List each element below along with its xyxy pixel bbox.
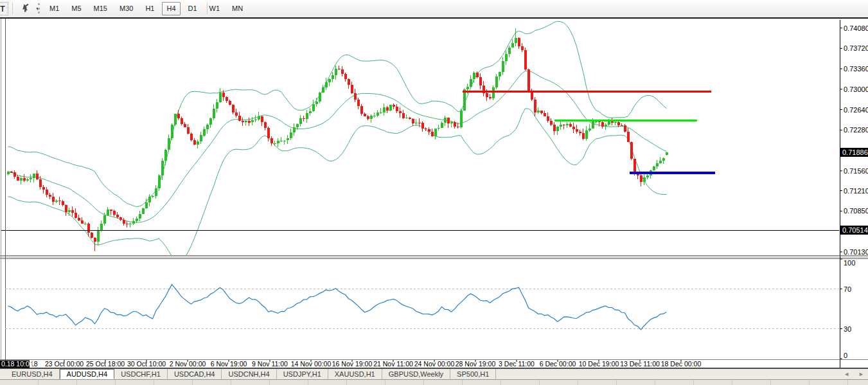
- time-axis-label: 25 Oct 18:00: [86, 360, 125, 368]
- price-axis-label: 0.70850: [844, 207, 868, 215]
- time-axis-label: 23 Oct 00:00: [45, 360, 84, 368]
- rsi-axis-label: 30: [844, 325, 851, 333]
- time-axis-label: 3 Dec 11:00: [499, 360, 535, 368]
- tab-scroll-left-icon[interactable]: ◄: [844, 371, 849, 377]
- chart-tab-bar: EURUSD,H4AUDUSD,H4USDCHF,H1USDCAD,H4USDC…: [0, 368, 868, 379]
- mt4-window: T ▼ M1M5M15M30H1H4D1W1MN ▲ AUDUSD,H4 0.7…: [0, 0, 868, 385]
- time-axis-label: 6 Dec 00:00: [540, 360, 576, 368]
- chart-tab-sp500-h1[interactable]: SP500,H1: [450, 369, 496, 379]
- rsi-axis-label: 0: [844, 352, 847, 359]
- price-axis-label: 0.74080: [844, 24, 868, 32]
- timeframe-button-h4[interactable]: H4: [162, 2, 180, 15]
- chart-background: [0, 19, 868, 368]
- price-axis-label: 0.73720: [844, 44, 868, 52]
- taskbar-edge-strip: [0, 379, 868, 385]
- price-axis-label: 0.72640: [844, 106, 868, 114]
- price-axis-label: 0.70130: [844, 248, 868, 256]
- chart-tab-usdjpy-h1[interactable]: USDJPY,H1: [277, 369, 328, 379]
- chart-tab-xauusd-h1[interactable]: XAUUSD,H1: [328, 369, 382, 379]
- time-axis-label: 21 Nov 11:00: [373, 360, 413, 368]
- chart-tab-eurusd-h4[interactable]: EURUSD,H4: [5, 369, 60, 379]
- time-axis-label: 16 Nov 19:00: [332, 360, 373, 368]
- time-axis-label: 2 Nov 00:00: [170, 360, 206, 368]
- chart-tab-usdcnh-h4[interactable]: USDCNH,H4: [222, 369, 276, 379]
- time-axis-label: 14 Nov 00:00: [291, 360, 332, 368]
- toolbar-separator: [207, 3, 208, 14]
- time-axis: 23 Oct 00:0025 Oct 18:0030 Oct 10:002 No…: [0, 360, 701, 368]
- tab-scroll-arrows: ◄ ►: [844, 368, 864, 379]
- price-axis-label: 0.71560: [844, 167, 868, 175]
- chart-tab-gbpusd-weekly[interactable]: GBPUSD,Weekly: [382, 369, 450, 379]
- timeframe-button-w1[interactable]: W1: [205, 2, 225, 15]
- timeframe-buttons: M1M5M15M30H1H4D1W1MN: [45, 2, 251, 15]
- timeframe-button-m30[interactable]: M30: [115, 2, 137, 15]
- timeframe-button-mn[interactable]: MN: [227, 2, 247, 15]
- price-tag-text: 0.70514: [842, 226, 868, 234]
- arrows-tool-button[interactable]: [17, 2, 33, 15]
- time-axis-label: 28 Nov 19:00: [456, 360, 496, 368]
- time-axis-label: 24 Nov 00:00: [414, 360, 455, 368]
- tab-scroll-right-icon[interactable]: ►: [858, 371, 864, 377]
- chart-tab-audusd-h4[interactable]: AUDUSD,H4: [60, 369, 115, 379]
- timeframe-button-m5[interactable]: M5: [67, 2, 85, 15]
- toolbar-grip[interactable]: [38, 3, 42, 13]
- time-axis-label: 18 Dec 00:00: [661, 360, 702, 368]
- toolbar-separator: [12, 3, 13, 14]
- time-tag-text: 0.18 10:00: [1, 360, 33, 368]
- time-axis-label: 9 Nov 11:00: [252, 360, 288, 368]
- timeframe-button-h1[interactable]: H1: [141, 2, 159, 15]
- timeframes-toolbar: T ▼ M1M5M15M30H1H4D1W1MN: [0, 0, 868, 18]
- time-axis-label: 10 Dec 19:00: [579, 360, 619, 368]
- time-axis-label: 6 Nov 19:00: [211, 360, 247, 368]
- price-axis-label: 0.73360: [844, 65, 868, 73]
- chart-tab-usdcad-h4[interactable]: USDCAD,H4: [168, 369, 222, 379]
- timeframe-button-m1[interactable]: M1: [45, 2, 64, 15]
- text-tool-button[interactable]: T: [0, 2, 8, 15]
- price-axis-label: 0.73000: [844, 85, 868, 93]
- price-tag-text: 0.71886: [842, 148, 868, 156]
- price-axis-label: 0.72280: [844, 126, 868, 134]
- chart-tab-usdchf-h1[interactable]: USDCHF,H1: [114, 369, 168, 379]
- timeframe-button-m15[interactable]: M15: [89, 2, 112, 15]
- rsi-axis-label: 100: [844, 259, 855, 267]
- time-axis-label: 13 Dec 11:00: [620, 360, 660, 368]
- chart-canvas[interactable]: 0.740800.737200.733600.730000.726400.722…: [0, 19, 868, 368]
- arrows-icon: [19, 2, 31, 15]
- pane-splitter[interactable]: [0, 256, 868, 258]
- rsi-axis-label: 70: [844, 285, 851, 293]
- time-axis-label: 30 Oct 10:00: [127, 360, 166, 368]
- price-axis-label: 0.71210: [844, 187, 868, 195]
- timeframe-button-d1[interactable]: D1: [184, 2, 202, 15]
